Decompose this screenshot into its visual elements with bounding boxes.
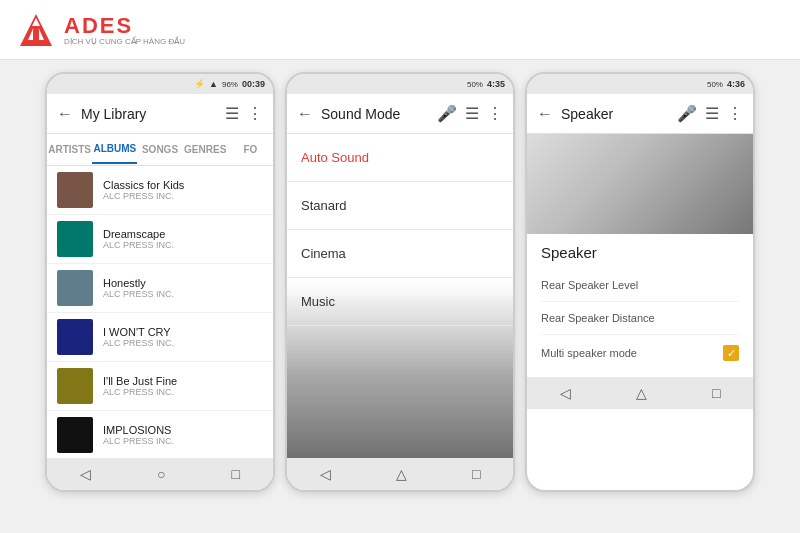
sound-mode-content: Auto Sound Stanard Cinema Music	[287, 134, 513, 458]
list-item[interactable]: I WON'T CRY ALC PRESS INC.	[47, 313, 273, 362]
phone-sound-mode: 50% 4:35 ← Sound Mode 🎤 ☰ ⋮ Auto Sound S…	[285, 72, 515, 492]
status-bar-2: 50% 4:35	[287, 74, 513, 94]
app-title-2: Sound Mode	[321, 106, 429, 122]
mic-icon-3[interactable]: 🎤	[677, 104, 697, 123]
app-bar-3: ← Speaker 🎤 ☰ ⋮	[527, 94, 753, 134]
speaker-row-rear-distance[interactable]: Rear Speaker Distance	[541, 302, 739, 335]
sound-mode-item-cinema[interactable]: Cinema	[287, 230, 513, 278]
rear-speaker-level-label: Rear Speaker Level	[541, 279, 739, 291]
back-button-3[interactable]: ←	[537, 105, 553, 123]
library-list: Classics for Kids ALC PRESS INC. Dreamsc…	[47, 166, 273, 458]
tab-artists[interactable]: ARTISTS	[47, 136, 92, 163]
ades-logo: ADES DỊCH VỤ CUNG CẤP HÀNG ĐẦU	[16, 10, 185, 50]
sound-list: Auto Sound Stanard Cinema Music	[287, 134, 513, 326]
menu-icon-1[interactable]: ☰	[225, 104, 239, 123]
album-info: I WON'T CRY ALC PRESS INC.	[103, 326, 174, 348]
phone-my-library: ⚡ ▲ 96% 00:39 ← My Library ☰ ⋮ ARTISTS A…	[45, 72, 275, 492]
album-art	[57, 172, 93, 208]
album-art	[57, 319, 93, 355]
nav-recent-3[interactable]: □	[704, 381, 728, 405]
album-info: IMPLOSIONS ALC PRESS INC.	[103, 424, 174, 446]
ades-tagline: DỊCH VỤ CUNG CẤP HÀNG ĐẦU	[64, 37, 185, 46]
tab-bar-1: ARTISTS ALBUMS SONGS GENRES FO	[47, 134, 273, 166]
rear-speaker-distance-label: Rear Speaker Distance	[541, 312, 739, 324]
more-icon-3[interactable]: ⋮	[727, 104, 743, 123]
phone-speaker: 50% 4:36 ← Speaker 🎤 ☰ ⋮ Speaker Rear Sp…	[525, 72, 755, 492]
nav-home-1[interactable]: ○	[149, 462, 173, 486]
album-art	[57, 368, 93, 404]
list-item[interactable]: IMPLOSIONS ALC PRESS INC.	[47, 411, 273, 458]
nav-home-2[interactable]: △	[388, 462, 415, 486]
app-bar-1: ← My Library ☰ ⋮	[47, 94, 273, 134]
back-button-2[interactable]: ←	[297, 105, 313, 123]
list-item[interactable]: I'll Be Just Fine ALC PRESS INC.	[47, 362, 273, 411]
album-info: Classics for Kids ALC PRESS INC.	[103, 179, 184, 201]
status-bar-1: ⚡ ▲ 96% 00:39	[47, 74, 273, 94]
more-icon-1[interactable]: ⋮	[247, 104, 263, 123]
ades-header: ADES DỊCH VỤ CUNG CẤP HÀNG ĐẦU	[0, 0, 800, 60]
ades-logo-icon	[16, 10, 56, 50]
speaker-image	[527, 134, 753, 234]
speaker-row-multi-speaker[interactable]: Multi speaker mode ✓	[541, 335, 739, 371]
tab-albums[interactable]: ALBUMS	[92, 135, 137, 164]
mic-icon-2[interactable]: 🎤	[437, 104, 457, 123]
app-title-1: My Library	[81, 106, 217, 122]
ades-logo-text: ADES	[64, 13, 185, 39]
status-time-3: 4:36	[727, 79, 745, 89]
nav-back-2[interactable]: ◁	[312, 462, 339, 486]
tab-genres[interactable]: GENRES	[183, 136, 228, 163]
status-bar-3: 50% 4:36	[527, 74, 753, 94]
back-button-1[interactable]: ←	[57, 105, 73, 123]
multi-speaker-checkbox[interactable]: ✓	[723, 345, 739, 361]
nav-bar-1: ◁ ○ □	[47, 458, 273, 490]
tab-songs[interactable]: SONGS	[137, 136, 182, 163]
album-art	[57, 417, 93, 453]
menu-icon-3[interactable]: ☰	[705, 104, 719, 123]
album-info: Honestly ALC PRESS INC.	[103, 277, 174, 299]
sound-mode-item-auto[interactable]: Auto Sound	[287, 134, 513, 182]
sound-mode-item-stanard[interactable]: Stanard	[287, 182, 513, 230]
status-time-1: 00:39	[242, 79, 265, 89]
album-info: I'll Be Just Fine ALC PRESS INC.	[103, 375, 177, 397]
nav-home-3[interactable]: △	[628, 381, 655, 405]
nav-bar-3: ◁ △ □	[527, 377, 753, 409]
multi-speaker-mode-label: Multi speaker mode	[541, 347, 723, 359]
speaker-section-title: Speaker	[541, 244, 739, 261]
speaker-section: Speaker Rear Speaker Level Rear Speaker …	[527, 234, 753, 377]
list-item[interactable]: Dreamscape ALC PRESS INC.	[47, 215, 273, 264]
app-title-3: Speaker	[561, 106, 669, 122]
nav-bar-2: ◁ △ □	[287, 458, 513, 490]
tab-fo[interactable]: FO	[228, 136, 273, 163]
nav-recent-2[interactable]: □	[464, 462, 488, 486]
nav-back-1[interactable]: ◁	[72, 462, 99, 486]
status-bluetooth: ⚡	[194, 79, 205, 89]
status-battery-2: 50%	[467, 80, 483, 89]
more-icon-2[interactable]: ⋮	[487, 104, 503, 123]
list-item[interactable]: Honestly ALC PRESS INC.	[47, 264, 273, 313]
svg-rect-2	[33, 30, 39, 40]
status-time-2: 4:35	[487, 79, 505, 89]
status-battery-1: 96%	[222, 80, 238, 89]
sound-mode-item-music[interactable]: Music	[287, 278, 513, 326]
status-wifi: ▲	[209, 79, 218, 89]
menu-icon-2[interactable]: ☰	[465, 104, 479, 123]
app-bar-2: ← Sound Mode 🎤 ☰ ⋮	[287, 94, 513, 134]
album-art	[57, 270, 93, 306]
album-art	[57, 221, 93, 257]
list-item[interactable]: Classics for Kids ALC PRESS INC.	[47, 166, 273, 215]
album-info: Dreamscape ALC PRESS INC.	[103, 228, 174, 250]
status-battery-3: 50%	[707, 80, 723, 89]
speaker-row-rear-level[interactable]: Rear Speaker Level	[541, 269, 739, 302]
phones-container: ⚡ ▲ 96% 00:39 ← My Library ☰ ⋮ ARTISTS A…	[0, 60, 800, 533]
nav-recent-1[interactable]: □	[224, 462, 248, 486]
nav-back-3[interactable]: ◁	[552, 381, 579, 405]
